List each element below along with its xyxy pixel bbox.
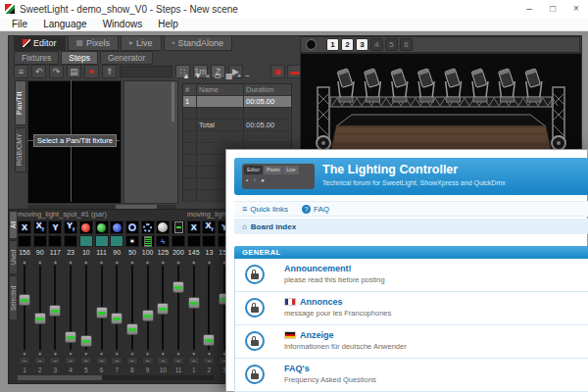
step-copy-icon[interactable]: ▭ bbox=[215, 72, 222, 81]
channel-swatch-bolt[interactable]: ϟ bbox=[156, 235, 170, 247]
step-delete-icon[interactable]: × bbox=[206, 72, 211, 81]
fader-track[interactable] bbox=[48, 266, 62, 350]
scene-button-4[interactable]: 4 bbox=[370, 38, 383, 51]
scene-button-2[interactable]: 2 bbox=[341, 38, 354, 51]
fader-tab-all[interactable]: All bbox=[9, 211, 18, 239]
step-down-icon[interactable]: ▼ bbox=[194, 72, 202, 81]
redo-icon[interactable]: ↷ bbox=[49, 65, 64, 78]
channel-curve-button[interactable]: ~ bbox=[80, 357, 92, 365]
table-row-empty[interactable] bbox=[183, 108, 291, 120]
record-step-icon[interactable]: ● bbox=[84, 65, 99, 78]
forum-row[interactable]: FAQ'sFrequency Asked Questions bbox=[235, 358, 588, 391]
scene-button-6[interactable]: 6 bbox=[400, 38, 413, 51]
forum-section-header[interactable]: GENERAL bbox=[234, 246, 588, 259]
menu-language[interactable]: Language bbox=[35, 19, 95, 29]
fixture-list-scrollbar[interactable] bbox=[172, 82, 174, 122]
fader-step-up[interactable]: ▲ bbox=[125, 259, 139, 265]
fader-track[interactable] bbox=[141, 266, 155, 350]
fader-step-up[interactable]: ▲ bbox=[48, 259, 62, 265]
fader-tab-used[interactable]: Used bbox=[9, 240, 18, 274]
channel-curve-button[interactable]: ~ bbox=[19, 357, 30, 365]
channel-curve-button[interactable]: ~ bbox=[126, 357, 138, 365]
maximize-button[interactable]: □ bbox=[541, 0, 564, 18]
fader-track[interactable] bbox=[95, 266, 109, 350]
fader-knob[interactable] bbox=[188, 297, 200, 309]
channel-swatch-teal[interactable] bbox=[110, 235, 123, 247]
step-remove-icon[interactable]: − bbox=[245, 72, 250, 81]
fader-hscroll-thumb[interactable] bbox=[18, 375, 102, 380]
fader-knob[interactable] bbox=[34, 313, 46, 324]
fader-knob[interactable] bbox=[142, 310, 154, 321]
channel-pan-icon[interactable]: X bbox=[18, 220, 31, 234]
fader-track[interactable] bbox=[33, 266, 47, 350]
step-paste-icon[interactable]: ▦ bbox=[225, 72, 233, 81]
scene-button-5[interactable]: 5 bbox=[385, 38, 398, 51]
fader-track[interactable] bbox=[18, 266, 31, 350]
fader-step-up[interactable]: ▲ bbox=[156, 259, 170, 265]
browser-window[interactable]: EditorPixelsLive ▪↑● The Lighting Contro… bbox=[225, 149, 588, 392]
channel-curve-button[interactable]: ~ bbox=[172, 357, 184, 365]
fader-step-up[interactable]: ▲ bbox=[79, 259, 93, 265]
fader-knob[interactable] bbox=[49, 305, 61, 317]
fader-knob[interactable] bbox=[126, 323, 138, 335]
forum-link[interactable]: Announcement! bbox=[284, 264, 352, 273]
channel-swatch[interactable] bbox=[187, 235, 201, 247]
tab-editor[interactable]: Editor bbox=[14, 35, 66, 51]
channel-curve-button[interactable]: ~ bbox=[142, 357, 154, 365]
channel-swatch-meter[interactable] bbox=[141, 235, 155, 247]
steps-menu-icon[interactable]: ≡ bbox=[14, 65, 28, 78]
channel-pan-fine-icon[interactable]: Xf bbox=[202, 220, 216, 234]
channel-curve-button[interactable]: ~ bbox=[34, 357, 46, 365]
import-step-icon[interactable]: ⇑ bbox=[102, 65, 117, 78]
fader-track[interactable] bbox=[64, 266, 77, 350]
fader-knob[interactable] bbox=[111, 313, 122, 324]
fader-knob[interactable] bbox=[80, 335, 92, 347]
step-add-icon[interactable]: + bbox=[237, 72, 242, 81]
fader-knob[interactable] bbox=[19, 294, 30, 306]
minimize-button[interactable]: – bbox=[517, 0, 541, 18]
table-row[interactable]: 100:05.00 bbox=[183, 96, 291, 108]
channel-iris-icon[interactable] bbox=[125, 220, 139, 234]
channel-swatch[interactable] bbox=[48, 235, 62, 247]
subtab-fixtures[interactable]: Fixtures bbox=[14, 51, 59, 65]
table-row-empty[interactable] bbox=[183, 131, 291, 143]
menu-windows[interactable]: Windows bbox=[95, 19, 151, 29]
close-button[interactable]: × bbox=[564, 0, 588, 18]
channel-color-green-icon[interactable] bbox=[95, 220, 109, 234]
editor-tab-pantilt[interactable]: Pan/Tilt bbox=[15, 80, 26, 125]
channel-swatch-star[interactable]: ✶ bbox=[125, 235, 139, 247]
menu-file[interactable]: File bbox=[4, 19, 35, 29]
fader-knob[interactable] bbox=[157, 303, 169, 315]
fader-step-up[interactable]: ▲ bbox=[187, 259, 201, 265]
fader-step-up[interactable]: ▲ bbox=[33, 259, 47, 265]
menu-help[interactable]: Help bbox=[150, 19, 186, 29]
fader-step-up[interactable]: ▲ bbox=[110, 259, 123, 265]
tab-pixels[interactable]: ▦Pixels bbox=[68, 35, 120, 51]
fader-step-up[interactable]: ▲ bbox=[95, 259, 109, 265]
channel-curve-button[interactable]: ~ bbox=[111, 357, 122, 365]
channel-color-red-icon[interactable] bbox=[79, 220, 93, 234]
channel-tilt-icon[interactable]: Y bbox=[48, 220, 62, 234]
scene-button-1[interactable]: 1 bbox=[326, 38, 339, 51]
channel-gobo-icon[interactable] bbox=[141, 220, 155, 234]
subtab-steps[interactable]: Steps bbox=[61, 51, 98, 65]
fader-track[interactable] bbox=[110, 266, 123, 350]
forum-link[interactable]: FAQ's bbox=[284, 364, 310, 373]
undo-icon[interactable]: ↶ bbox=[31, 65, 46, 78]
forum-row[interactable]: AnzeigeInformationen für deutsche Anwend… bbox=[235, 324, 588, 358]
fader-track[interactable] bbox=[79, 266, 93, 350]
channel-level-meter-icon[interactable] bbox=[172, 220, 185, 234]
channel-swatch-teal[interactable] bbox=[79, 235, 93, 247]
channel-swatch[interactable] bbox=[64, 235, 77, 247]
channel-curve-button[interactable]: ~ bbox=[96, 357, 108, 365]
channel-curve-button[interactable]: ~ bbox=[203, 357, 215, 365]
forum-link[interactable]: Anzeige bbox=[300, 330, 334, 340]
channel-curve-button[interactable]: ~ bbox=[157, 357, 169, 365]
subtab-generator[interactable]: Generator bbox=[100, 51, 153, 65]
fader-step-up[interactable]: ▲ bbox=[202, 259, 216, 265]
quick-links-menu[interactable]: ≡ Quick links bbox=[242, 204, 288, 214]
fader-step-up[interactable]: ▲ bbox=[18, 259, 31, 265]
fader-track[interactable] bbox=[125, 266, 139, 350]
channel-pan-fine-icon[interactable]: Xf bbox=[33, 220, 47, 234]
fader-step-up[interactable]: ▲ bbox=[64, 259, 77, 265]
